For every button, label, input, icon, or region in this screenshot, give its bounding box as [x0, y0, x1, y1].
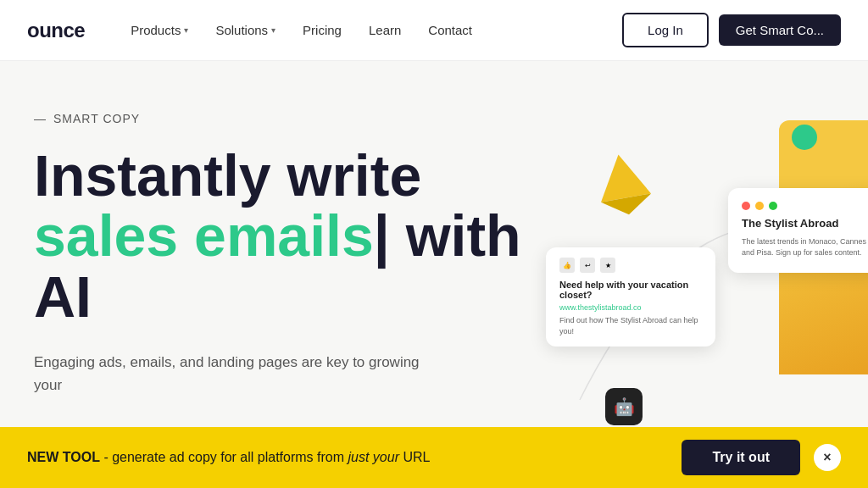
login-button[interactable]: Log In: [622, 13, 709, 47]
hero-visual: 👍 ↩ ★ Need help with your vacation close…: [529, 78, 868, 431]
close-dot: [742, 202, 750, 210]
email-card-text: Find out how The Stylist Abroad can help…: [559, 315, 702, 336]
nav-learn[interactable]: Learn: [357, 16, 413, 44]
get-smart-copy-button[interactable]: Get Smart Co...: [719, 14, 841, 46]
hero-title: Instantly write sales emails| with AI: [34, 146, 559, 327]
bottom-banner: NEW TOOL - generate ad copy for all plat…: [0, 427, 868, 488]
robot-icon: 🤖: [605, 388, 643, 425]
green-circle-shape: [792, 125, 817, 150]
thumb-up-icon: 👍: [559, 258, 575, 273]
hero-highlight: sales emails: [34, 203, 374, 268]
navbar: ounce Products ▾ Solutions ▾ Pricing Lea…: [0, 0, 868, 61]
cursor-char: |: [374, 203, 390, 268]
stylist-card-title: The Stylist Abroad: [742, 217, 868, 231]
email-card-title: Need help with your vacation closet?: [559, 280, 702, 300]
min-dot: [755, 202, 764, 210]
banner-close-button[interactable]: ×: [814, 444, 841, 471]
logo: ounce: [27, 19, 85, 42]
banner-right: Try it out ×: [682, 440, 841, 475]
reply-icon: ↩: [580, 258, 595, 273]
email-card: 👍 ↩ ★ Need help with your vacation close…: [546, 247, 715, 347]
email-card-url: www.thestylistabroad.co: [559, 303, 702, 312]
triangle-shape: [593, 150, 651, 202]
nav-links: Products ▾ Solutions ▾ Pricing Learn Con…: [119, 16, 484, 44]
banner-emphasis: just your: [348, 450, 399, 464]
hero-section: SMART COPY Instantly write sales emails|…: [0, 61, 868, 431]
nav-solutions[interactable]: Solutions ▾: [203, 16, 287, 44]
try-it-out-button[interactable]: Try it out: [682, 440, 800, 475]
banner-message: NEW TOOL - generate ad copy for all plat…: [27, 450, 430, 465]
nav-contact[interactable]: Contact: [416, 16, 484, 44]
max-dot: [769, 202, 777, 210]
nav-pricing[interactable]: Pricing: [291, 16, 353, 44]
banner-badge: NEW TOOL: [27, 450, 100, 464]
star-icon: ★: [600, 258, 615, 273]
products-chevron-icon: ▾: [184, 25, 188, 35]
stylist-card-text: The latest trends in Monaco, Cannes and …: [742, 236, 868, 259]
solutions-chevron-icon: ▾: [271, 25, 275, 35]
navbar-right: Log In Get Smart Co...: [622, 13, 841, 47]
card-icons: 👍 ↩ ★: [559, 258, 702, 273]
hero-subtitle: Engaging ads, emails, and landing pages …: [34, 351, 424, 396]
stylist-card: The Stylist Abroad The latest trends in …: [728, 188, 868, 273]
nav-products[interactable]: Products ▾: [119, 16, 200, 44]
navbar-left: ounce Products ▾ Solutions ▾ Pricing Lea…: [27, 16, 484, 44]
